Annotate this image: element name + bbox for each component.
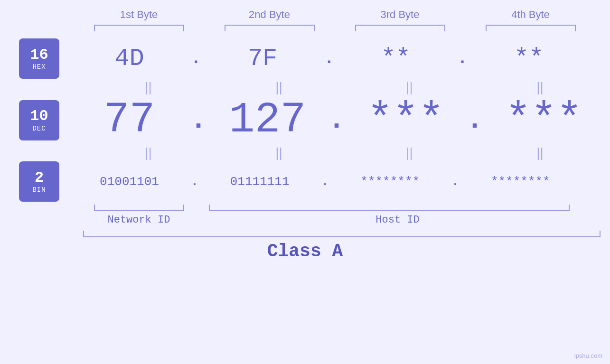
host-bracket-wrap [204, 205, 591, 211]
bin-row: 2 BIN 01001101 . 01111111 . ******** . *… [19, 161, 610, 202]
byte3-header: 3rd Byte [335, 9, 465, 21]
dec-b3-cell: *** [340, 96, 471, 144]
bin-base-label: BIN [32, 186, 46, 194]
network-id-label: Network ID [74, 214, 204, 226]
bottom-labels: Network ID Host ID [74, 214, 591, 226]
dec-b1-value: 77 [103, 96, 155, 144]
byte-headers: 1st Byte 2nd Byte 3rd Byte 4th Byte [0, 0, 610, 21]
bin-base-num: 2 [35, 169, 44, 186]
hex-b2-cell: 7F [197, 45, 328, 73]
equals-row-2: || || || || [19, 145, 610, 160]
eq2-b4: || [475, 145, 605, 160]
top-bracket-1 [94, 25, 184, 31]
dec-b4-value: *** [506, 96, 582, 144]
bracket-cell-4 [465, 25, 596, 31]
eq1-b3: || [344, 80, 475, 95]
hex-b4-value: ** [514, 45, 544, 73]
main-rows: 16 HEX 4D . 7F . ** . ** [0, 36, 610, 202]
big-bottom-bracket-wrap [9, 231, 601, 237]
byte2-header: 2nd Byte [204, 9, 335, 21]
eq2-b1: || [83, 145, 214, 160]
byte4-header: 4th Byte [465, 9, 596, 21]
bin-badge: 2 BIN [19, 161, 59, 202]
equals-row-1: || || || || [19, 80, 610, 95]
dec-b2-cell: 127 [202, 96, 333, 144]
bin-b3-value: ******** [360, 175, 420, 189]
hex-values: 4D . 7F . ** . ** [64, 45, 610, 73]
bracket-cell-2 [204, 25, 335, 31]
dec-row: 10 DEC 77 . 127 . *** . *** [19, 96, 610, 144]
bracket-cell-3 [335, 25, 465, 31]
eq1-b2: || [214, 80, 344, 95]
hex-row: 16 HEX 4D . 7F . ** . ** [19, 38, 610, 79]
bin-b1-value: 01001101 [100, 175, 159, 189]
dec-b3-value: *** [367, 96, 444, 144]
bottom-brackets [74, 205, 591, 211]
byte1-header: 1st Byte [74, 9, 204, 21]
eq2-b3: || [344, 145, 475, 160]
dec-b4-cell: *** [479, 96, 609, 144]
hex-b2-value: 7F [248, 45, 277, 73]
class-label-row: Class A [0, 241, 610, 261]
network-bracket [94, 205, 184, 211]
watermark: ipshu.com [574, 352, 602, 359]
bin-values: 01001101 . 01111111 . ******** . *******… [64, 175, 610, 189]
top-bracket-3 [355, 25, 445, 31]
dec-badge: 10 DEC [19, 100, 59, 140]
class-label: Class A [267, 241, 343, 261]
host-id-label: Host ID [204, 214, 591, 226]
big-bottom-bracket [83, 231, 601, 237]
eq1-b1: || [83, 80, 214, 95]
network-bracket-wrap [74, 205, 204, 211]
host-bracket [209, 205, 570, 211]
hex-b1-cell: 4D [64, 45, 195, 73]
hex-base-label: HEX [32, 63, 46, 71]
eq2-b2: || [214, 145, 344, 160]
bin-b3-cell: ******** [325, 175, 455, 189]
bracket-cell-1 [74, 25, 204, 31]
bin-b1-cell: 01001101 [64, 175, 195, 189]
dec-b1-cell: 77 [64, 96, 195, 144]
bin-b4-cell: ******** [455, 175, 586, 189]
hex-badge: 16 HEX [19, 38, 59, 79]
top-bracket-2 [225, 25, 315, 31]
dec-base-num: 10 [30, 108, 48, 124]
hex-base-num: 16 [30, 47, 48, 63]
top-bracket-4 [486, 25, 576, 31]
hex-b3-cell: ** [330, 45, 461, 73]
bin-b2-value: 01111111 [230, 175, 290, 189]
bin-b4-value: ******** [491, 175, 550, 189]
dec-b2-value: 127 [229, 96, 306, 144]
top-brackets [0, 25, 610, 31]
main-container: 1st Byte 2nd Byte 3rd Byte 4th Byte 16 H… [0, 0, 610, 364]
dec-values: 77 . 127 . *** . *** [64, 96, 610, 144]
eq1-b4: || [475, 80, 605, 95]
hex-b1-value: 4D [114, 45, 144, 73]
dec-base-label: DEC [32, 125, 46, 132]
bottom-section: Network ID Host ID [0, 205, 610, 226]
hex-b4-cell: ** [464, 45, 594, 73]
bin-b2-cell: 01111111 [195, 175, 325, 189]
hex-b3-value: ** [381, 45, 411, 73]
